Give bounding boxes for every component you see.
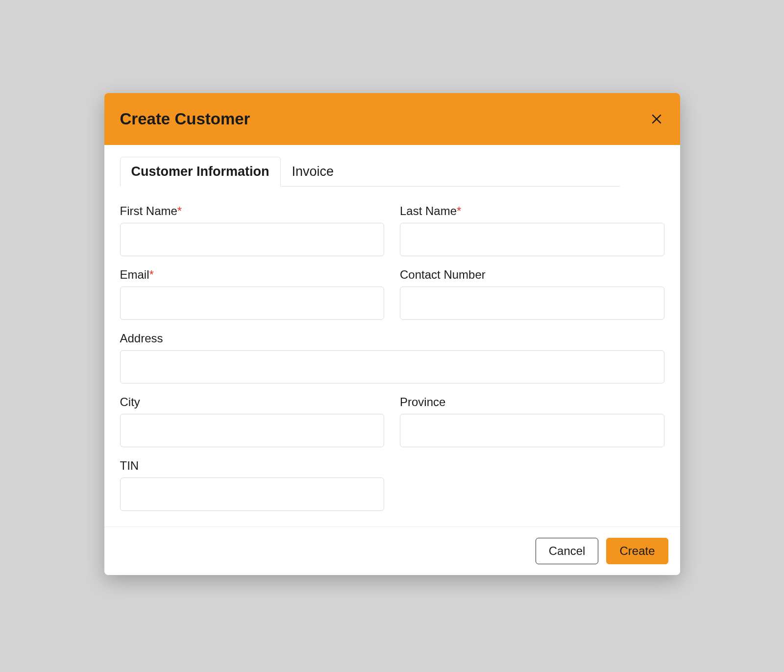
tab-customer-information[interactable]: Customer Information	[120, 157, 281, 187]
city-input[interactable]	[120, 414, 385, 447]
field-email: Email*	[120, 268, 385, 320]
tabs: Customer Information Invoice	[120, 157, 620, 187]
email-input[interactable]	[120, 287, 385, 320]
create-customer-modal: Create Customer Customer Information Inv…	[104, 93, 680, 575]
field-first-name: First Name*	[120, 204, 385, 256]
modal-header: Create Customer	[104, 93, 680, 145]
email-label: Email*	[120, 268, 385, 282]
last-name-input[interactable]	[400, 223, 664, 256]
cancel-button[interactable]: Cancel	[536, 538, 599, 564]
first-name-label: First Name*	[120, 204, 385, 218]
first-name-input[interactable]	[120, 223, 385, 256]
tin-input[interactable]	[120, 478, 385, 511]
field-contact-number: Contact Number	[400, 268, 664, 320]
field-province: Province	[400, 395, 664, 447]
modal-body: Customer Information Invoice First Name*…	[104, 145, 680, 527]
last-name-label: Last Name*	[400, 204, 664, 218]
form-grid: First Name* Last Name* Email* Contact Nu…	[120, 204, 664, 511]
field-city: City	[120, 395, 385, 447]
field-address: Address	[120, 332, 664, 384]
modal-footer: Cancel Create	[104, 527, 680, 575]
field-tin: TIN	[120, 459, 385, 511]
tin-label: TIN	[120, 459, 385, 473]
contact-number-input[interactable]	[400, 287, 664, 320]
province-input[interactable]	[400, 414, 664, 447]
tab-invoice[interactable]: Invoice	[281, 157, 345, 186]
close-button[interactable]	[649, 111, 664, 127]
create-button[interactable]: Create	[606, 538, 668, 564]
contact-number-label: Contact Number	[400, 268, 664, 282]
city-label: City	[120, 395, 385, 409]
address-input[interactable]	[120, 350, 664, 384]
modal-title: Create Customer	[120, 110, 250, 128]
address-label: Address	[120, 332, 664, 345]
close-icon	[650, 113, 663, 125]
field-last-name: Last Name*	[400, 204, 664, 256]
province-label: Province	[400, 395, 664, 409]
